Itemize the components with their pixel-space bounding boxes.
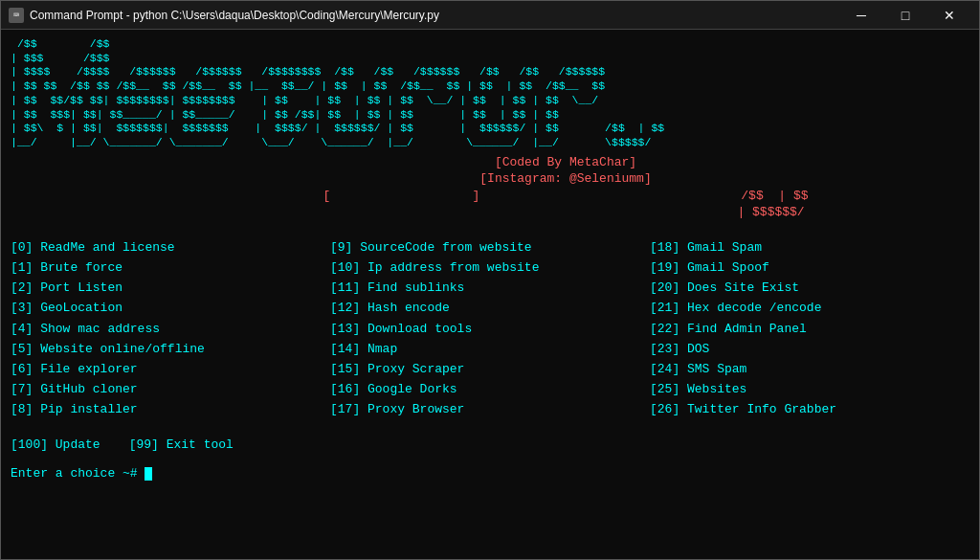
menu-item-11: [11] Find sublinks <box>330 279 650 298</box>
menu-item-15: [15] Proxy Scraper <box>330 360 650 379</box>
menu-item-14: [14] Nmap <box>330 340 650 359</box>
menu-col-3: [18] Gmail Spam [19] Gmail Spoof [20] Do… <box>650 238 969 419</box>
minimize-button[interactable]: ─ <box>839 1 883 30</box>
menu-item-0: [0] ReadMe and license <box>11 238 330 258</box>
menu-item-17: [17] Proxy Browser <box>330 400 650 419</box>
menu-item-1: [1] Brute force <box>11 258 330 278</box>
terminal[interactable]: /$$ /$$ | $$$ /$$$ | $$$$ /$$$$ /$$$$$$ … <box>1 30 979 559</box>
menu-item-12: [12] Hash encode <box>330 299 650 318</box>
bottom-item-100: [100] Update <box>11 437 100 454</box>
menu-section: [0] ReadMe and license [1] Brute force [… <box>11 238 969 419</box>
menu-item-18: [18] Gmail Spam <box>650 238 969 258</box>
menu-item-4: [4] Show mac address <box>11 320 330 339</box>
coded-by: [Coded By MetaChar] [Instagram: @Seleniu… <box>87 154 969 221</box>
menu-item-8: [8] Pip installer <box>11 400 330 419</box>
menu-item-6: [6] File explorer <box>11 360 330 379</box>
menu-item-13: [13] Download tools <box>330 320 650 339</box>
menu-item-19: [19] Gmail Spoof <box>650 258 969 278</box>
ascii-art: /$$ /$$ | $$$ /$$$ | $$$$ /$$$$ /$$$$$$ … <box>11 37 969 150</box>
maximize-button[interactable]: □ <box>883 1 927 30</box>
menu-item-22: [22] Find Admin Panel <box>650 320 969 339</box>
menu-item-9: [9] SourceCode from website <box>330 238 650 258</box>
menu-col-1: [0] ReadMe and license [1] Brute force [… <box>11 238 330 419</box>
menu-item-21: [21] Hex decode /encode <box>650 299 969 318</box>
menu-item-16: [16] Google Dorks <box>330 380 650 399</box>
title-bar-controls: ─ □ ✕ <box>839 1 971 30</box>
menu-item-10: [10] Ip address from website <box>330 258 650 278</box>
menu-item-20: [20] Does Site Exist <box>650 279 969 298</box>
title-bar-text: Command Prompt - python C:\Users\daqua\D… <box>30 9 839 22</box>
menu-item-25: [25] Websites <box>650 380 969 399</box>
menu-item-23: [23] DOS <box>650 340 969 359</box>
prompt-text: Enter a choice ~# <box>11 466 138 481</box>
bottom-item-99: [99] Exit tool <box>129 437 234 454</box>
menu-item-24: [24] SMS Spam <box>650 360 969 379</box>
window-icon: ⌨ <box>9 8 24 23</box>
menu-item-5: [5] Website online/offline <box>11 340 330 359</box>
prompt-line[interactable]: Enter a choice ~# <box>11 465 969 482</box>
window: ⌨ Command Prompt - python C:\Users\daqua… <box>0 0 980 560</box>
menu-item-2: [2] Port Listen <box>11 279 330 298</box>
cursor <box>145 467 152 481</box>
title-bar: ⌨ Command Prompt - python C:\Users\daqua… <box>1 1 979 30</box>
bottom-menu: [100] Update [99] Exit tool <box>11 437 969 454</box>
menu-col-2: [9] SourceCode from website [10] Ip addr… <box>330 238 650 419</box>
menu-item-3: [3] GeoLocation <box>11 299 330 318</box>
menu-item-7: [7] GitHub cloner <box>11 380 330 399</box>
menu-item-26: [26] Twitter Info Grabber <box>650 400 969 419</box>
close-button[interactable]: ✕ <box>927 1 971 30</box>
